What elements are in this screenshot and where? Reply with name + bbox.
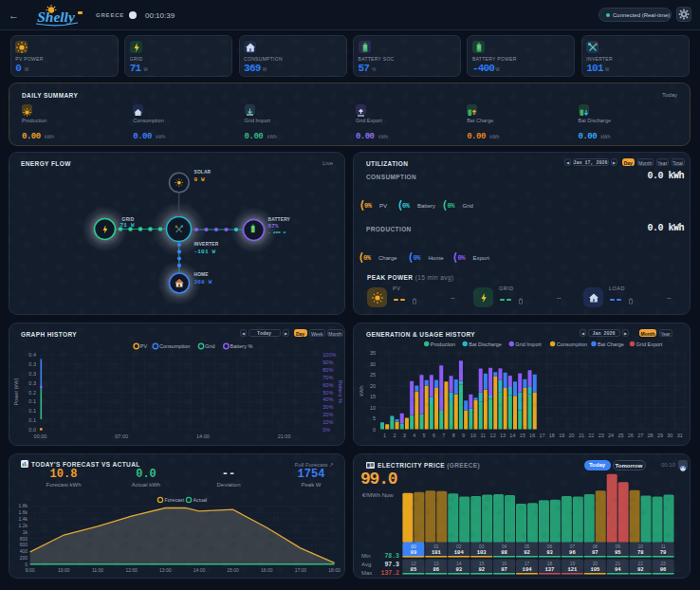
svg-text:17: 17 — [525, 562, 530, 566]
svg-text:20: 20 — [569, 433, 575, 438]
svg-text:1.2k: 1.2k — [19, 523, 28, 528]
svg-text:9: 9 — [462, 433, 465, 438]
svg-text:02: 02 — [456, 544, 462, 549]
svg-text:08: 08 — [593, 544, 599, 549]
svg-text:9:00: 9:00 — [26, 567, 35, 573]
svg-text:27: 27 — [637, 433, 643, 438]
svg-text:60%: 60% — [322, 382, 333, 388]
svg-text:0.1: 0.1 — [28, 408, 36, 414]
svg-text:29: 29 — [657, 433, 663, 438]
svg-text:93: 93 — [546, 549, 553, 556]
svg-text:78: 78 — [637, 549, 644, 556]
svg-text:0.3: 0.3 — [28, 380, 36, 386]
svg-text:99: 99 — [411, 549, 417, 556]
svg-text:95: 95 — [615, 549, 621, 556]
svg-text:92: 92 — [637, 566, 644, 573]
svg-text:20%: 20% — [322, 412, 333, 417]
svg-text:1.6k: 1.6k — [19, 509, 28, 515]
svg-text:35: 35 — [370, 350, 376, 356]
svg-text:85: 85 — [411, 566, 417, 573]
svg-text:17:00: 17:00 — [295, 567, 307, 573]
svg-text:40%: 40% — [322, 396, 333, 402]
svg-text:Bat Charge: Bat Charge — [598, 341, 624, 347]
svg-text:93: 93 — [455, 566, 462, 573]
svg-text:22: 22 — [638, 562, 644, 566]
svg-text:92: 92 — [524, 549, 530, 556]
svg-text:14:00: 14:00 — [193, 567, 206, 573]
svg-text:Forecast: Forecast — [165, 497, 185, 503]
svg-text:Grid Import: Grid Import — [515, 341, 542, 347]
svg-text:98: 98 — [501, 549, 507, 556]
svg-text:INVERTER: INVERTER — [194, 242, 219, 247]
svg-text:Bat Discharge: Bat Discharge — [469, 341, 502, 347]
svg-text:13:00: 13:00 — [159, 567, 172, 573]
svg-text:12:00: 12:00 — [125, 567, 138, 573]
svg-text:10: 10 — [638, 544, 644, 549]
svg-text:137: 137 — [545, 566, 555, 573]
svg-text:30%: 30% — [322, 404, 333, 410]
svg-text:07: 07 — [570, 544, 576, 549]
svg-text:0.1: 0.1 — [28, 398, 36, 404]
svg-text:24: 24 — [608, 433, 614, 438]
svg-text:96: 96 — [569, 549, 576, 556]
svg-text:11: 11 — [480, 433, 486, 438]
svg-text:70%: 70% — [322, 375, 333, 380]
svg-text:14: 14 — [509, 433, 515, 438]
svg-text:Consumption: Consumption — [557, 341, 587, 347]
svg-text:16: 16 — [529, 433, 535, 438]
svg-text:14: 14 — [456, 562, 462, 566]
svg-text:SOLAR: SOLAR — [194, 170, 212, 175]
svg-text:→ 400 W: → 400 W — [268, 230, 286, 234]
svg-text:4: 4 — [413, 433, 415, 438]
svg-text:104: 104 — [523, 566, 533, 573]
svg-text:23: 23 — [660, 562, 666, 566]
svg-text:28: 28 — [648, 433, 654, 438]
svg-text:HOME: HOME — [194, 272, 210, 277]
svg-text:Shelly: Shelly — [37, 9, 75, 25]
svg-text:0 W: 0 W — [194, 176, 206, 183]
svg-text:30: 30 — [667, 433, 672, 438]
svg-text:12: 12 — [411, 562, 416, 566]
svg-text:21:00: 21:00 — [278, 433, 291, 439]
svg-text:03: 03 — [479, 544, 485, 549]
svg-text:101: 101 — [432, 549, 442, 556]
svg-text:PV: PV — [140, 343, 148, 349]
svg-text:20: 20 — [370, 383, 376, 389]
svg-text:200: 200 — [20, 555, 28, 561]
svg-text:0.1: 0.1 — [28, 417, 36, 423]
svg-text:0.0: 0.0 — [28, 427, 36, 433]
svg-text:05: 05 — [525, 544, 530, 549]
svg-text:92: 92 — [478, 566, 485, 573]
svg-text:-101 W: -101 W — [194, 249, 216, 255]
svg-text:19: 19 — [570, 562, 576, 566]
svg-text:103: 103 — [477, 549, 488, 556]
svg-text:21: 21 — [579, 433, 584, 438]
svg-text:09: 09 — [616, 544, 621, 549]
svg-text:kWh: kWh — [359, 386, 364, 396]
svg-text:13: 13 — [433, 562, 439, 566]
svg-text:50%: 50% — [322, 390, 333, 396]
svg-text:5: 5 — [423, 433, 426, 438]
svg-text:6: 6 — [433, 433, 435, 438]
svg-text:3: 3 — [403, 433, 406, 438]
svg-text:800: 800 — [20, 536, 28, 542]
svg-text:15: 15 — [370, 394, 376, 399]
svg-text:18: 18 — [549, 433, 555, 438]
svg-text:01: 01 — [433, 544, 439, 549]
svg-text:04: 04 — [502, 544, 507, 549]
svg-text:30: 30 — [370, 361, 376, 367]
svg-text:19: 19 — [559, 433, 564, 438]
svg-text:11: 11 — [661, 544, 666, 549]
svg-text:79: 79 — [660, 549, 667, 556]
svg-text:Grid: Grid — [205, 343, 214, 349]
svg-text:Power (kW): Power (kW) — [13, 378, 19, 405]
svg-text:0: 0 — [373, 427, 376, 433]
svg-text:BATTERY: BATTERY — [268, 217, 291, 222]
svg-text:18: 18 — [547, 562, 553, 566]
svg-text:25: 25 — [370, 372, 376, 378]
svg-text:80%: 80% — [322, 367, 333, 373]
svg-text:26: 26 — [628, 433, 634, 438]
svg-text:12: 12 — [490, 433, 496, 438]
svg-text:94: 94 — [615, 566, 621, 573]
svg-text:71 W: 71 W — [120, 222, 135, 229]
